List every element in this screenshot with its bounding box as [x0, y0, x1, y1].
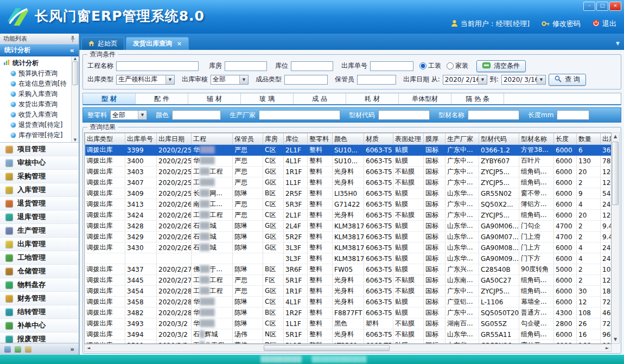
- scroll-down-icon[interactable]: ▼: [74, 138, 77, 142]
- sidebar-menu-item[interactable]: 退库管理: [0, 210, 79, 224]
- table-row[interactable]: 调拨出库34282020/2/26石▒▒城陈琳G区2L4F整料KLM381760…: [85, 221, 612, 232]
- tab-inactive[interactable]: 起始页: [81, 37, 124, 50]
- length-input[interactable]: [557, 110, 589, 120]
- tree-scrollbar-thumb[interactable]: [72, 61, 78, 85]
- tree-item[interactable]: 收货入库查询: [3, 110, 71, 120]
- change-password-button[interactable]: 修改密码: [542, 19, 581, 29]
- sidebar-menu-item[interactable]: 项目管理: [0, 143, 79, 156]
- sidebar-menu-item[interactable]: 补单中心: [0, 319, 79, 333]
- maximize-button[interactable]: □: [596, 2, 608, 11]
- tree-scrollbar[interactable]: ▲ ▼: [71, 56, 79, 142]
- scroll-left-icon[interactable]: ◄: [85, 346, 92, 350]
- material-tab[interactable]: 配 件: [136, 93, 188, 104]
- h-scrollbar-thumb[interactable]: [264, 345, 390, 351]
- clear-conditions-button[interactable]: 清空条件: [476, 60, 526, 72]
- column-header[interactable]: 库位: [284, 133, 308, 145]
- sidebar-menu-item[interactable]: 物料盘存: [0, 278, 79, 292]
- table-row[interactable]: 调拨出库34292020/2/26石▒▒城陈琳G区5R2F整料KLM381760…: [85, 232, 612, 242]
- profile-code-input[interactable]: [378, 110, 430, 120]
- sidebar-menu-item[interactable]: 采购管理: [0, 170, 79, 183]
- material-tab[interactable]: 玻 璃: [241, 93, 294, 104]
- sidebar-menu-item[interactable]: 结转管理: [0, 305, 79, 319]
- sidebar-menu-item[interactable]: 报废管理: [0, 333, 79, 343]
- column-header[interactable]: 出库单号: [125, 133, 157, 145]
- date-to-picker[interactable]: 2020/ 3/16▼: [501, 75, 546, 85]
- column-header[interactable]: 膜厚: [424, 133, 445, 145]
- gongzhuang-radio-input[interactable]: [419, 62, 426, 69]
- jiazhuang-radio-input[interactable]: [447, 62, 454, 69]
- column-header[interactable]: 工程: [192, 133, 233, 145]
- column-header[interactable]: 出库类型: [85, 133, 125, 145]
- column-header[interactable]: 出库长度: [601, 133, 612, 145]
- product-type-input[interactable]: [284, 75, 328, 85]
- tree-item[interactable]: 在途信息查询[待: [3, 79, 71, 89]
- column-header[interactable]: 生产厂家: [445, 133, 479, 145]
- folder-view-icon[interactable]: [25, 346, 31, 353]
- pin-icon[interactable]: [70, 35, 75, 42]
- sidebar-menu-item[interactable]: 审核中心: [0, 156, 79, 170]
- table-row[interactable]: 调拨出库34542020/2/28工▒▒工程严思G区1R1F整料光身料6063-…: [85, 286, 612, 297]
- location-input[interactable]: [291, 61, 333, 71]
- audit-select[interactable]: 全部▼: [211, 75, 249, 85]
- table-row[interactable]: 调拨出库34372020/2/27佛▒▒于...陈琳B区3R6F整料FW0560…: [85, 264, 612, 275]
- table-row[interactable]: 调拨出库34002020/2/25华▒▒▒严思C区4L1F整料SU10...60…: [85, 156, 612, 167]
- chevron-right-icon[interactable]: »: [70, 346, 74, 353]
- v-scrollbar[interactable]: ▲ ▼: [612, 132, 620, 344]
- column-header[interactable]: 颜色: [333, 133, 364, 145]
- scroll-up-icon[interactable]: ▲: [614, 133, 617, 141]
- column-header[interactable]: 型材代码: [479, 133, 519, 145]
- close-button[interactable]: ×: [609, 2, 621, 11]
- sidebar-menu-item[interactable]: 出库管理: [0, 238, 79, 251]
- logout-button[interactable]: 退出: [593, 19, 616, 29]
- h-scrollbar[interactable]: ◄ ►: [84, 344, 612, 352]
- table-row[interactable]: 调拨出库34132020/2/26南▒▒工...严思C区5R3F整料G71422…: [85, 199, 612, 210]
- table-row[interactable]: 调拨出库35002020/3/3工▒共工程曹佳D区3L1F整料LT3P60606…: [85, 340, 612, 344]
- sidebar-menu-item[interactable]: 生产管理: [0, 224, 79, 238]
- zhenglingliao-select[interactable]: 全部▼: [110, 110, 147, 120]
- table-row[interactable]: 3L3F整料KLM38176063-T5贴膜国标山东华...GA90M09...…: [85, 253, 612, 264]
- scroll-down-icon[interactable]: ▼: [614, 336, 617, 343]
- v-scrollbar-thumb[interactable]: [612, 142, 619, 205]
- material-tab[interactable]: 辅 材: [188, 93, 241, 104]
- column-header[interactable]: 整零料: [308, 133, 333, 145]
- radio-gongzhuang[interactable]: 工装: [419, 61, 441, 71]
- table-row[interactable]: 调拨出库34072020/2/25工▒▒▒严思G区1L1F整料光身料6063-T…: [85, 177, 612, 188]
- material-tab[interactable]: 单体型材: [399, 93, 451, 104]
- table-row[interactable]: 调拨出库34032020/2/25工▒▒工程严思G区1R1F整料光身料6063-…: [85, 167, 612, 177]
- profile-name-input[interactable]: [468, 110, 519, 120]
- out-type-select[interactable]: 生产领料出库▼: [116, 75, 175, 85]
- sidebar-menu-item[interactable]: 仓储管理: [0, 265, 79, 278]
- date-from-picker[interactable]: 2020/ 2/16▼: [443, 75, 487, 85]
- material-tab[interactable]: 隔 热 条: [451, 93, 504, 104]
- sidebar-menu-item[interactable]: 工地管理: [0, 251, 79, 265]
- column-header[interactable]: 长度: [554, 133, 577, 145]
- list-view-icon[interactable]: [4, 346, 11, 353]
- tree-item[interactable]: 库存管理[待定]: [3, 130, 71, 141]
- table-row[interactable]: 调拨出库34242020/2/26工▒▒工程严思C区2L1F整料光身料6063-…: [85, 210, 612, 221]
- color-input[interactable]: [172, 110, 221, 120]
- monitor-icon[interactable]: [15, 346, 21, 353]
- column-header[interactable]: 表面处理: [393, 133, 424, 145]
- material-tab[interactable]: 耗 材: [346, 93, 399, 104]
- scroll-up-icon[interactable]: ▲: [74, 56, 77, 61]
- table-row[interactable]: 调拨出库34822020/2/28华▒▒▒陈琳B区1R2F整料F8877FT60…: [85, 308, 612, 318]
- table-row[interactable]: 调拨出库34302020/2/26石▒▒城陈琳G区3L3F整料KLM381760…: [85, 242, 612, 253]
- sidebar-section-header[interactable]: 统计分析 «: [0, 44, 79, 56]
- material-tab[interactable]: 成 品: [294, 93, 346, 104]
- table-row[interactable]: 调拨出库34092020/2/25长▒▒网...陈琳B区2R5F整料LI35H0…: [85, 188, 612, 199]
- radio-jiazhuang[interactable]: 家装: [447, 61, 468, 71]
- sidebar-menu-item[interactable]: 财务管理: [0, 292, 79, 305]
- tree-root[interactable]: 统计分析: [3, 58, 71, 68]
- project-name-input[interactable]: [116, 61, 199, 71]
- column-header[interactable]: 保管员: [233, 133, 263, 145]
- table-row[interactable]: 调拨出库34942020/3/2石▒辉城汤伟N区5R1F整料光身料6063-T5…: [85, 329, 612, 340]
- minimize-button[interactable]: -: [583, 2, 595, 11]
- order-no-input[interactable]: [370, 61, 413, 71]
- table-row[interactable]: 调拨出库34932020/3/2华▒▒▒陈琳C区1L1F整料黑色塑料不贴膜国标湖…: [85, 318, 612, 329]
- column-header[interactable]: 数量: [577, 133, 601, 145]
- tab-list-caret-icon[interactable]: ▼: [616, 41, 620, 46]
- table-row[interactable]: 调拨出库34452020/2/27工▒▒工程严思F区5R1F整料光身料6063-…: [85, 275, 612, 286]
- manufacturer-input[interactable]: [259, 110, 340, 120]
- tree-item[interactable]: 退货查询[待定]: [3, 120, 71, 130]
- warehouse-input[interactable]: [225, 61, 267, 71]
